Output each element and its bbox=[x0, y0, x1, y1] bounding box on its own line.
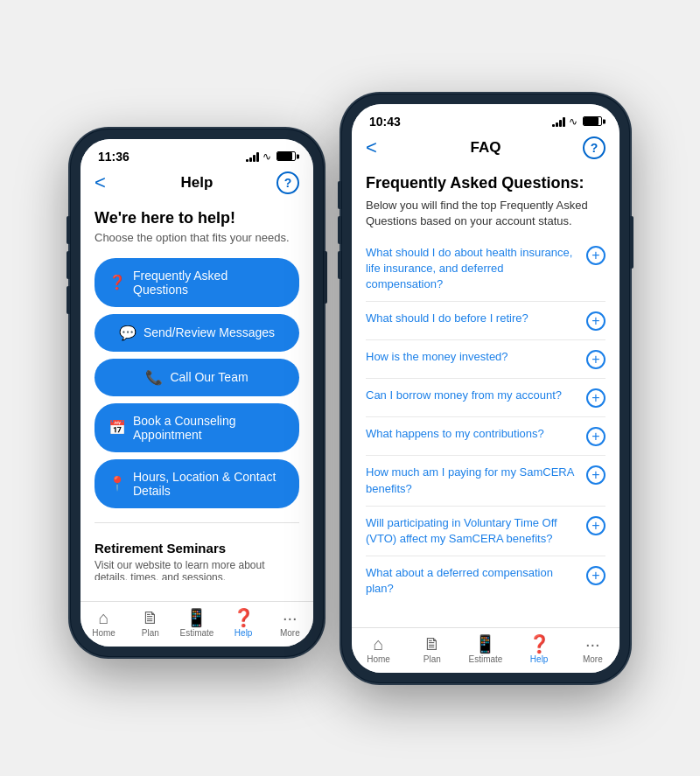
faq-item-0[interactable]: What should I do about health insurance,… bbox=[366, 236, 606, 303]
right-wifi-icon: ∿ bbox=[569, 115, 578, 128]
left-nav-title: Help bbox=[181, 174, 214, 192]
left-battery-icon bbox=[276, 151, 296, 161]
right-estimate-tab-icon: 📱 bbox=[474, 635, 496, 653]
faq-button-label: Frequently Asked Questions bbox=[133, 269, 285, 297]
faq-question-5: How much am I paying for my SamCERA bene… bbox=[366, 465, 579, 496]
right-more-tab-icon: ··· bbox=[585, 635, 600, 653]
call-team-button[interactable]: 📞 Call Our Team bbox=[94, 359, 299, 396]
faq-subtext: Below you will find the top Frequently A… bbox=[366, 198, 606, 229]
right-phone: 10:43 ∿ < FAQ bbox=[341, 94, 630, 683]
phones-container: 11:36 ∿ < Help bbox=[52, 67, 648, 710]
right-battery-icon bbox=[583, 116, 602, 126]
left-status-bar: 11:36 ∿ bbox=[80, 139, 313, 167]
left-tab-plan[interactable]: 🗎 Plan bbox=[131, 609, 170, 638]
seminars-section: Retirement Seminars Visit our website to… bbox=[80, 530, 313, 580]
faq-item-7[interactable]: What about a deferred compensation plan?… bbox=[366, 556, 606, 605]
home-tab-icon: ⌂ bbox=[99, 609, 109, 626]
faq-item-4[interactable]: What happens to my contributions? + bbox=[366, 417, 606, 456]
left-wifi-icon: ∿ bbox=[262, 150, 271, 163]
faq-expand-6[interactable]: + bbox=[586, 516, 606, 535]
left-phone: 11:36 ∿ < Help bbox=[70, 129, 324, 657]
right-signal-icon bbox=[552, 116, 565, 127]
call-button-label: Call Our Team bbox=[170, 370, 248, 384]
estimate-tab-label: Estimate bbox=[180, 628, 214, 638]
help-subtext: Choose the option that fits your needs. bbox=[94, 231, 299, 244]
right-tab-bar: ⌂ Home 🗎 Plan 📱 Estimate ❓ Help ··· bbox=[352, 627, 620, 673]
calendar-icon: 📅 bbox=[108, 419, 126, 436]
more-tab-icon: ··· bbox=[283, 609, 298, 626]
left-back-button[interactable]: < bbox=[94, 173, 106, 192]
faq-expand-5[interactable]: + bbox=[586, 465, 606, 485]
right-nav-title: FAQ bbox=[471, 139, 501, 157]
faq-expand-7[interactable]: + bbox=[586, 566, 606, 585]
right-help-tab-label: Help bbox=[530, 654, 549, 664]
faq-expand-2[interactable]: + bbox=[586, 350, 606, 369]
home-tab-label: Home bbox=[92, 628, 116, 638]
faq-item-3[interactable]: Can I borrow money from my account? + bbox=[366, 379, 606, 417]
help-tab-label: Help bbox=[234, 628, 253, 638]
left-status-icons: ∿ bbox=[246, 150, 296, 163]
left-divider bbox=[94, 522, 299, 523]
faq-question-4: What happens to my contributions? bbox=[366, 426, 579, 442]
right-tab-home[interactable]: ⌂ Home bbox=[360, 635, 398, 664]
faq-expand-3[interactable]: + bbox=[586, 388, 606, 408]
left-status-time: 11:36 bbox=[98, 150, 130, 164]
faq-question-2: How is the money invested? bbox=[366, 349, 579, 365]
seminars-heading: Retirement Seminars bbox=[94, 541, 299, 556]
left-tab-more[interactable]: ··· More bbox=[270, 609, 309, 638]
left-help-icon-button[interactable]: ? bbox=[276, 171, 299, 194]
help-intro: We're here to help! Choose the option th… bbox=[80, 199, 313, 251]
seminars-text: Visit our website to learn more about de… bbox=[94, 559, 299, 580]
right-status-bar: 10:43 ∿ bbox=[352, 104, 620, 132]
right-phone-screen: 10:43 ∿ < FAQ bbox=[352, 104, 620, 673]
faq-question-1: What should I do before I retire? bbox=[366, 311, 579, 326]
faq-expand-1[interactable]: + bbox=[586, 311, 606, 331]
right-plan-tab-label: Plan bbox=[424, 654, 441, 664]
faq-expand-0[interactable]: + bbox=[586, 246, 606, 265]
right-help-tab-icon: ❓ bbox=[528, 635, 550, 653]
messages-button[interactable]: 💬 Send/Review Messages bbox=[94, 314, 299, 352]
faq-item-5[interactable]: How much am I paying for my SamCERA bene… bbox=[366, 456, 606, 506]
messages-icon: 💬 bbox=[119, 325, 136, 341]
help-heading: We're here to help! bbox=[94, 209, 299, 227]
right-tab-help[interactable]: ❓ Help bbox=[520, 635, 558, 664]
help-buttons-list: ❓ Frequently Asked Questions 💬 Send/Revi… bbox=[80, 251, 313, 515]
location-icon: 📍 bbox=[108, 475, 126, 492]
right-home-tab-icon: ⌂ bbox=[374, 635, 384, 653]
left-phone-screen: 11:36 ∿ < Help bbox=[80, 139, 313, 647]
left-tab-help[interactable]: ❓ Help bbox=[224, 609, 262, 638]
right-tab-estimate[interactable]: 📱 Estimate bbox=[466, 635, 505, 664]
help-tab-icon: ❓ bbox=[233, 609, 255, 626]
faq-item-6[interactable]: Will participating in Voluntary Time Off… bbox=[366, 507, 606, 556]
left-tab-estimate[interactable]: 📱 Estimate bbox=[178, 609, 216, 638]
hours-button[interactable]: 📍 Hours, Location & Contact Details bbox=[94, 459, 299, 508]
faq-item-2[interactable]: How is the money invested? + bbox=[366, 340, 606, 379]
faq-question-6: Will participating in Voluntary Time Off… bbox=[366, 515, 579, 547]
left-screen-content: We're here to help! Choose the option th… bbox=[80, 199, 313, 580]
faq-button[interactable]: ❓ Frequently Asked Questions bbox=[94, 258, 299, 307]
faq-list: What should I do about health insurance,… bbox=[352, 236, 620, 606]
counseling-button[interactable]: 📅 Book a Counseling Appointment bbox=[94, 403, 299, 452]
right-help-icon-button[interactable]: ? bbox=[583, 136, 606, 159]
left-signal-icon bbox=[246, 151, 259, 162]
faq-expand-4[interactable]: + bbox=[586, 427, 606, 446]
right-plan-tab-icon: 🗎 bbox=[424, 635, 441, 653]
right-nav-header: < FAQ ? bbox=[352, 132, 620, 164]
right-back-button[interactable]: < bbox=[366, 138, 377, 157]
right-tab-plan[interactable]: 🗎 Plan bbox=[413, 635, 452, 664]
right-tab-more[interactable]: ··· More bbox=[573, 635, 612, 664]
right-estimate-tab-label: Estimate bbox=[469, 654, 503, 664]
left-tab-home[interactable]: ⌂ Home bbox=[85, 609, 123, 638]
faq-header: Frequently Asked Questions: Below you wi… bbox=[352, 164, 620, 236]
right-screen-content: Frequently Asked Questions: Below you wi… bbox=[352, 164, 620, 606]
faq-question-3: Can I borrow money from my account? bbox=[366, 388, 579, 403]
left-tab-bar: ⌂ Home 🗎 Plan 📱 Estimate ❓ Help ··· bbox=[80, 601, 313, 647]
faq-question-0: What should I do about health insurance,… bbox=[366, 245, 579, 293]
faq-item-1[interactable]: What should I do before I retire? + bbox=[366, 302, 606, 340]
right-home-tab-label: Home bbox=[367, 654, 390, 664]
plan-tab-label: Plan bbox=[142, 628, 159, 638]
call-icon: 📞 bbox=[145, 369, 163, 386]
right-status-icons: ∿ bbox=[552, 115, 602, 128]
left-nav-header: < Help ? bbox=[80, 167, 313, 199]
messages-button-label: Send/Review Messages bbox=[144, 325, 275, 339]
